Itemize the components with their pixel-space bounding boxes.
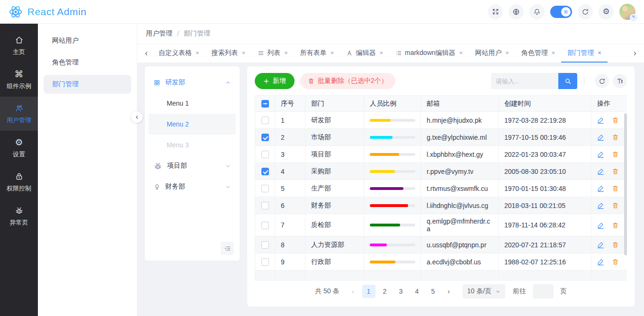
submenu-item-1[interactable]: 网站用户 (44, 31, 131, 50)
tab-4[interactable]: 所有表单× (294, 44, 340, 63)
tree-child-3[interactable]: Menu 3 (149, 135, 236, 155)
edit-icon[interactable] (597, 168, 604, 175)
pagination-page-3[interactable]: 3 (394, 285, 408, 298)
sidebar-item-6[interactable]: 异常页 (0, 199, 38, 233)
settings-icon: ⚙ (15, 138, 23, 147)
tab-1[interactable]: 自定义表格× (152, 44, 206, 63)
sidebar-item-5[interactable]: 权限控制 (0, 165, 38, 199)
tab-close-icon[interactable]: × (459, 49, 463, 56)
settings-button[interactable]: ⚙ (599, 4, 614, 19)
row-checkbox[interactable] (261, 202, 269, 209)
delete-icon[interactable] (612, 185, 619, 192)
tab-close-icon[interactable]: × (379, 49, 383, 56)
row-checkbox[interactable] (261, 241, 269, 249)
delete-icon[interactable] (612, 168, 619, 175)
cell-index: 4 (275, 163, 305, 180)
select-all-checkbox[interactable] (261, 100, 269, 108)
tab-6[interactable]: markdown编辑器× (389, 44, 469, 63)
edit-icon[interactable] (597, 151, 604, 158)
tree-node-1[interactable]: 研发部 (149, 72, 236, 93)
tab-2[interactable]: 搜索列表× (206, 44, 252, 63)
language-button[interactable] (509, 4, 524, 19)
tab-7[interactable]: 网站用户× (469, 44, 515, 63)
tabs-scroll-right-button[interactable] (629, 44, 641, 63)
pagination-page-4[interactable]: 4 (411, 285, 424, 298)
batch-delete-button[interactable]: 批量删除（已选中2个） (300, 73, 395, 89)
tab-close-icon[interactable]: × (598, 49, 601, 56)
tab-8[interactable]: 角色管理× (515, 44, 562, 63)
cell-progress (364, 236, 421, 253)
edit-icon[interactable] (597, 222, 604, 229)
tree-node-3[interactable]: 财务部 (149, 176, 236, 197)
cell-email: l.xbphbhx@hext.gy (421, 146, 499, 163)
pagination-page-5[interactable]: 5 (427, 285, 440, 298)
tree-child-1[interactable]: Menu 1 (149, 93, 236, 114)
tab-9[interactable]: 部门管理× (561, 44, 608, 63)
row-checkbox[interactable] (261, 134, 269, 141)
row-checkbox[interactable] (261, 117, 269, 124)
tab-label: 部门管理 (567, 49, 594, 57)
delete-icon[interactable] (612, 151, 619, 158)
row-checkbox[interactable] (261, 151, 269, 158)
tree-child-2[interactable]: Menu 2 (149, 114, 236, 135)
cell-empty (499, 271, 591, 281)
sidebar-item-1[interactable]: 主页 (0, 28, 38, 63)
row-checkbox[interactable] (261, 258, 269, 266)
edit-icon[interactable] (597, 134, 604, 141)
pagination-next-button[interactable]: › (443, 285, 455, 298)
add-button[interactable]: 新增 (255, 73, 295, 89)
delete-icon[interactable] (612, 134, 619, 141)
delete-icon[interactable] (612, 222, 619, 229)
progress-bar (370, 170, 415, 173)
table-row-partial (255, 271, 627, 281)
edit-icon[interactable] (597, 241, 604, 248)
tabs-scroll-left-button[interactable] (140, 44, 152, 63)
search-input[interactable] (491, 73, 558, 89)
table-row-8: 8人力资源部u.ussqbf@ptqnpn.pr2020-07-21 21:18… (255, 236, 627, 253)
pagination-page-2[interactable]: 2 (378, 285, 392, 298)
tab-5[interactable]: 编辑器× (340, 44, 389, 63)
sidebar-collapse-handle[interactable] (131, 111, 143, 123)
tab-3[interactable]: 列表× (251, 44, 294, 63)
edit-icon[interactable] (597, 117, 604, 124)
delete-icon[interactable] (612, 241, 619, 248)
edit-icon[interactable] (597, 185, 604, 192)
page-size-select[interactable]: 10 条/页 (463, 284, 505, 298)
row-checkbox[interactable] (261, 185, 269, 192)
avatar[interactable]: ✎ (619, 4, 635, 20)
pagination-page-1[interactable]: 1 (362, 285, 376, 298)
table-refresh-button[interactable] (595, 74, 609, 88)
sidebar-item-4[interactable]: ⚙设置 (0, 131, 38, 165)
tab-close-icon[interactable]: × (505, 49, 509, 56)
breadcrumb-item[interactable]: 用户管理 (146, 29, 172, 38)
tab-close-icon[interactable]: × (284, 49, 288, 56)
tree-node-2[interactable]: 项目部 (149, 155, 236, 176)
pagination-prev-button[interactable]: ‹ (347, 285, 359, 298)
sidebar-item-2[interactable]: ⌘组件示例 (0, 63, 38, 97)
delete-icon[interactable] (612, 258, 619, 265)
table-scrollbar[interactable] (624, 113, 627, 255)
components-icon: ⌘ (15, 70, 24, 79)
fullscreen-button[interactable] (488, 4, 503, 19)
theme-toggle[interactable] (550, 6, 572, 18)
refresh-button[interactable] (578, 4, 593, 19)
search-button[interactable] (558, 73, 577, 89)
tab-close-icon[interactable]: × (331, 49, 334, 56)
edit-icon[interactable] (597, 258, 604, 265)
tree-collapse-button[interactable] (221, 242, 234, 255)
delete-icon[interactable] (612, 117, 619, 124)
submenu-item-2[interactable]: 角色管理 (44, 53, 131, 72)
delete-icon[interactable] (612, 202, 619, 209)
header-cell: 部门 (305, 96, 364, 112)
tab-close-icon[interactable]: × (242, 49, 246, 56)
font-size-button[interactable] (613, 74, 627, 88)
tab-close-icon[interactable]: × (196, 49, 199, 56)
submenu-item-3[interactable]: 部门管理 (44, 75, 131, 94)
tab-close-icon[interactable]: × (552, 49, 555, 56)
sidebar-item-3[interactable]: 用户管理 (0, 97, 38, 131)
pagination-goto-input[interactable] (533, 284, 554, 298)
row-checkbox[interactable] (261, 222, 269, 229)
edit-icon[interactable] (597, 202, 604, 209)
notifications-button[interactable] (529, 4, 545, 19)
row-checkbox[interactable] (261, 168, 269, 175)
